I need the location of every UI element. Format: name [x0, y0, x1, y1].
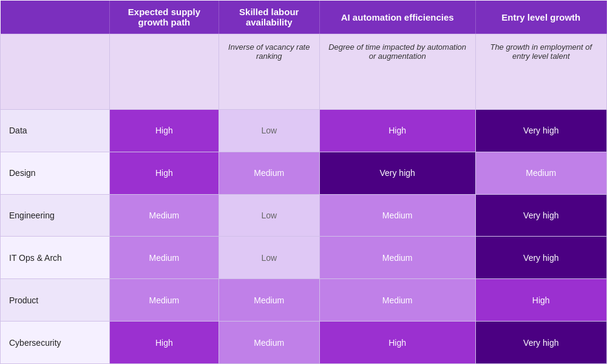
cell-1-2: Medium: [219, 152, 319, 194]
desc-col3: Degree of time impacted by automation or…: [319, 34, 475, 110]
cell-3-4: Very high: [475, 237, 606, 279]
header-col1: Expected supply growth path: [110, 1, 219, 34]
cell-3-3: Medium: [319, 237, 475, 279]
cell-4-2: Medium: [219, 279, 319, 322]
table-row: DesignHighMediumVery highMedium: [1, 152, 607, 194]
table-row: ProductMediumMediumMediumHigh: [1, 279, 607, 322]
row-label: Cybersecurity: [1, 322, 110, 364]
cell-1-4: Medium: [475, 152, 606, 194]
row-label: Data: [1, 109, 110, 152]
table-row: CybersecurityHighMediumHighVery high: [1, 322, 607, 364]
desc-col2: Inverse of vacancy rate ranking: [219, 34, 319, 110]
header-col4: Entry level growth: [475, 1, 606, 34]
cell-2-2: Low: [219, 194, 319, 237]
cell-5-2: Medium: [219, 322, 319, 364]
row-label: Design: [1, 152, 110, 194]
table-row: EngineeringMediumLowMediumVery high: [1, 194, 607, 237]
comparison-table: Expected supply growth path Skilled labo…: [0, 0, 607, 364]
desc-col1: [110, 34, 219, 110]
row-label: IT Ops & Arch: [1, 237, 110, 279]
cell-0-3: High: [319, 109, 475, 152]
row-label: Product: [1, 279, 110, 322]
cell-4-4: High: [475, 279, 606, 322]
table-row: DataHighLowHighVery high: [1, 109, 607, 152]
header-row: Expected supply growth path Skilled labo…: [1, 1, 607, 34]
header-col0: [1, 1, 110, 34]
desc-col4: The growth in employment of entry level …: [475, 34, 606, 110]
cell-0-2: Low: [219, 109, 319, 152]
row-label: Engineering: [1, 194, 110, 237]
cell-4-3: Medium: [319, 279, 475, 322]
cell-2-1: Medium: [110, 194, 219, 237]
cell-4-1: Medium: [110, 279, 219, 322]
table-row: IT Ops & ArchMediumLowMediumVery high: [1, 237, 607, 279]
description-row: Inverse of vacancy rate ranking Degree o…: [1, 34, 607, 110]
cell-1-3: Very high: [319, 152, 475, 194]
cell-5-3: High: [319, 322, 475, 364]
main-container: Expected supply growth path Skilled labo…: [0, 0, 607, 364]
cell-0-4: Very high: [475, 109, 606, 152]
cell-3-1: Medium: [110, 237, 219, 279]
cell-5-4: Very high: [475, 322, 606, 364]
header-col2: Skilled labour availability: [219, 1, 319, 34]
cell-1-1: High: [110, 152, 219, 194]
cell-2-3: Medium: [319, 194, 475, 237]
cell-3-2: Low: [219, 237, 319, 279]
header-col3: AI automation efficiencies: [319, 1, 475, 34]
cell-5-1: High: [110, 322, 219, 364]
cell-0-1: High: [110, 109, 219, 152]
cell-2-4: Very high: [475, 194, 606, 237]
desc-col0: [1, 34, 110, 110]
